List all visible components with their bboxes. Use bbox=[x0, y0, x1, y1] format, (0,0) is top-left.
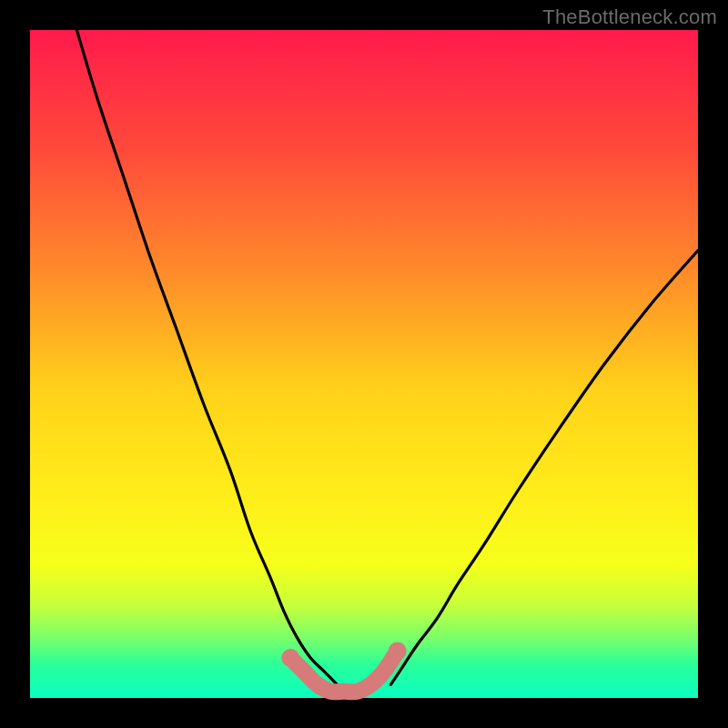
accent-dot-left bbox=[281, 649, 299, 667]
accent-dot-right bbox=[389, 642, 407, 661]
plot-area bbox=[30, 30, 698, 698]
accent-dot-bottom bbox=[323, 684, 338, 699]
outer-frame: TheBottleneck.com bbox=[0, 0, 728, 728]
curve-left bbox=[76, 30, 337, 684]
curve-right bbox=[390, 250, 698, 684]
watermark-text: TheBottleneck.com bbox=[542, 5, 717, 29]
valley-accent bbox=[290, 652, 397, 693]
chart-svg bbox=[30, 30, 698, 698]
